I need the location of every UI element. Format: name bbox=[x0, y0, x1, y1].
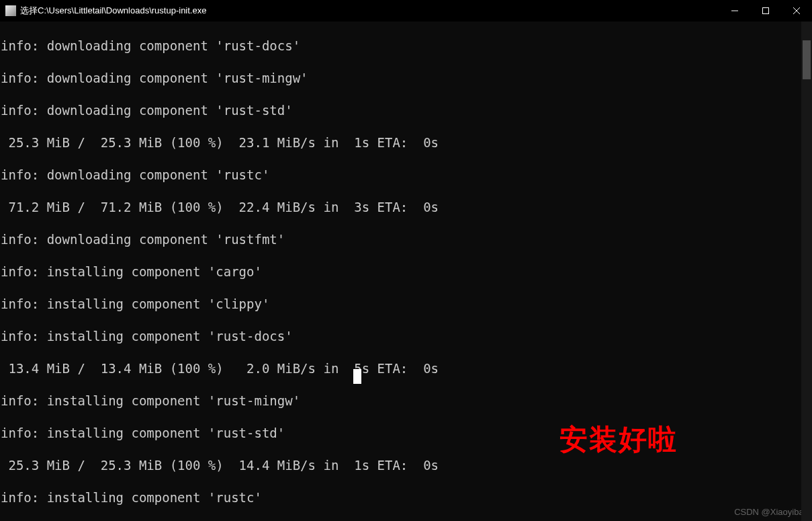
output-line: 25.3 MiB / 25.3 MiB (100 %) 23.1 MiB/s i… bbox=[1, 134, 812, 151]
output-line: info: installing component 'clippy' bbox=[1, 296, 812, 312]
csdn-watermark: CSDN @Xiaoyibar bbox=[734, 507, 807, 517]
titlebar[interactable]: 选择C:\Users\Littletail\Downloads\rustup-i… bbox=[0, 0, 812, 22]
output-line: 25.3 MiB / 25.3 MiB (100 %) 14.4 MiB/s i… bbox=[1, 457, 812, 473]
window-controls bbox=[719, 0, 812, 22]
maximize-icon bbox=[762, 7, 769, 14]
minimize-icon bbox=[731, 7, 738, 14]
maximize-button[interactable] bbox=[750, 0, 781, 22]
minimize-button[interactable] bbox=[719, 0, 750, 22]
output-line: info: downloading component 'rustfmt' bbox=[1, 231, 812, 247]
output-line: info: installing component 'cargo' bbox=[1, 264, 812, 280]
output-line: info: installing component 'rustc' bbox=[1, 489, 812, 506]
output-line: info: installing component 'rust-mingw' bbox=[1, 393, 812, 409]
output-line: info: downloading component 'rustc' bbox=[1, 167, 812, 183]
terminal-app-icon bbox=[5, 5, 16, 16]
close-button[interactable] bbox=[781, 0, 812, 22]
output-line: info: downloading component 'rust-mingw' bbox=[1, 70, 812, 86]
output-line: info: installing component 'rust-docs' bbox=[1, 328, 812, 344]
output-line: info: downloading component 'rust-docs' bbox=[1, 38, 812, 54]
output-line: info: downloading component 'rust-std' bbox=[1, 102, 812, 118]
terminal-output[interactable]: info: downloading component 'rust-docs' … bbox=[0, 22, 812, 521]
vertical-scrollbar[interactable] bbox=[801, 22, 812, 521]
output-line: 13.4 MiB / 13.4 MiB (100 %) 2.0 MiB/s in… bbox=[1, 360, 812, 376]
terminal-cursor bbox=[353, 369, 361, 384]
output-line: info: installing component 'rust-std' bbox=[1, 425, 812, 441]
overlay-annotation: 安装好啦 bbox=[559, 421, 678, 458]
svg-rect-1 bbox=[763, 8, 769, 14]
close-icon bbox=[793, 7, 800, 14]
output-line: 71.2 MiB / 71.2 MiB (100 %) 22.4 MiB/s i… bbox=[1, 199, 812, 215]
scrollbar-thumb[interactable] bbox=[803, 40, 811, 79]
window-title: 选择C:\Users\Littletail\Downloads\rustup-i… bbox=[20, 5, 719, 17]
